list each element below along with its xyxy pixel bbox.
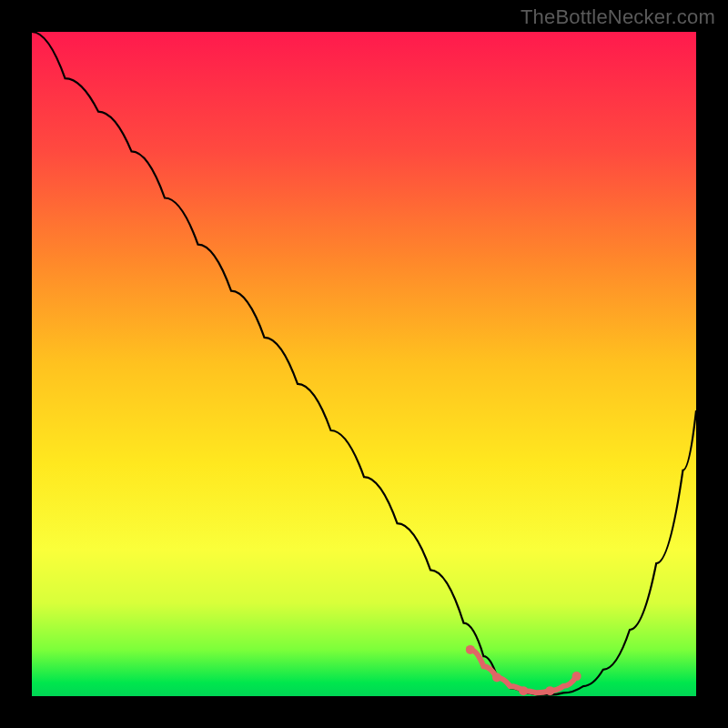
good-fit-dot bbox=[545, 686, 554, 695]
bottleneck-curve bbox=[32, 32, 696, 695]
curve-svg bbox=[32, 32, 696, 696]
attribution-label: TheBottleNecker.com bbox=[521, 5, 715, 29]
plot-area bbox=[32, 32, 696, 696]
good-fit-dot bbox=[572, 672, 581, 681]
bottleneck-chart: TheBottleNecker.com bbox=[0, 0, 728, 728]
good-fit-dot bbox=[492, 673, 501, 682]
good-fit-dot bbox=[519, 686, 528, 695]
good-fit-dot bbox=[466, 645, 475, 654]
